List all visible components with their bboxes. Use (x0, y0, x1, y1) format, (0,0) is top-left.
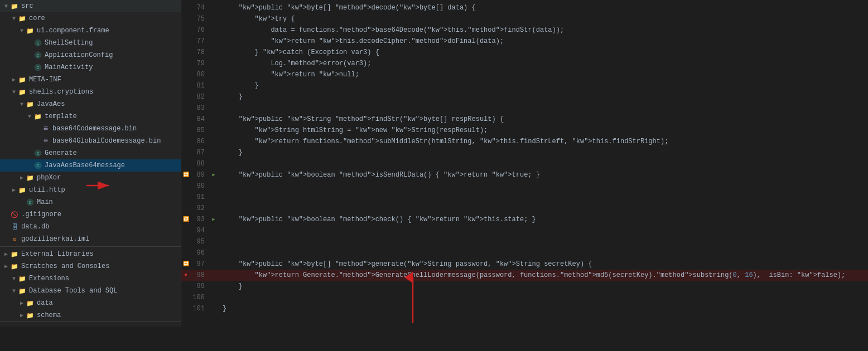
svg-text:C: C (37, 65, 40, 70)
sidebar-item-DatabaseToolsAndSQL[interactable]: ▼📁Database Tools and SQL (0, 285, 181, 297)
file-icon: 📁 (26, 311, 35, 320)
line-gutter: 91 (181, 192, 209, 203)
code-line-83: 83 (181, 103, 868, 114)
tree-arrow: ▶ (10, 76, 18, 83)
sidebar-item-ShellSetting[interactable]: CShellSetting (0, 37, 181, 49)
code-content: "kw">return "kw">null; (218, 69, 868, 80)
tree-label: src (21, 2, 33, 10)
sidebar-item-schema[interactable]: ▶📁schema (0, 309, 181, 321)
tree-label: shells.cryptions (29, 88, 93, 96)
line-gutter: 76 (181, 25, 209, 36)
file-icon: 📁 (26, 26, 35, 35)
sidebar-item-JavaAes[interactable]: ▼📁JavaAes (0, 98, 181, 110)
line-gutter: ●98 (181, 270, 209, 281)
code-line-100: 100 (181, 292, 868, 303)
line-number: 100 (191, 292, 205, 303)
sidebar-item-ui-component-frame[interactable]: ▼📁ui.component.frame (0, 25, 181, 37)
sidebar-item-base64Codemessage[interactable]: ≡base64Codemessage.bin (0, 123, 181, 135)
tree-label: godzillaerkai.iml (21, 235, 89, 243)
sidebar-item-shells-cryptions[interactable]: ▼📁shells.cryptions (0, 86, 181, 98)
tree-label: template (45, 113, 77, 120)
tree-arrow: ▼ (26, 114, 33, 120)
sidebar-item-core[interactable]: ▼📁core (0, 12, 181, 25)
file-icon: 📁 (33, 112, 42, 121)
code-line-87: 87 } (181, 147, 868, 158)
sidebar-item-data[interactable]: ▶📁data (0, 297, 181, 309)
file-icon: 📁 (18, 274, 27, 283)
code-content: } (218, 303, 868, 314)
code-line-81: 81 } (181, 80, 868, 91)
sidebar-item-phpXor[interactable]: ▶📁phpXor (0, 172, 181, 184)
tree-arrow: ▼ (18, 101, 26, 108)
line-number: 78 (191, 47, 205, 58)
code-line-86: 86 "kw">return functions."method">subMid… (181, 136, 868, 147)
line-number: 75 (191, 13, 205, 25)
line-gutter: 96 (181, 247, 209, 259)
line-gutter: 81 (181, 80, 209, 91)
code-line-80: 80 "kw">return "kw">null; (181, 69, 868, 80)
line-number: 94 (191, 225, 205, 236)
file-icon: ≡ (41, 136, 50, 145)
line-number: 80 (191, 69, 205, 80)
code-content: "kw">public "kw">boolean "method">check(… (218, 214, 868, 225)
tree-label: Database Tools and SQL (29, 287, 117, 295)
sidebar-item-MainActivity[interactable]: CMainActivity (0, 61, 181, 74)
file-icon: C (33, 51, 42, 60)
code-line-79: 79 Log."method">error(var3); (181, 58, 868, 69)
line-expand-arrow: ▶ (209, 214, 218, 225)
tree-arrow: ▼ (10, 89, 18, 95)
sidebar-item-META-INF[interactable]: ▶📁META-INF (0, 74, 181, 86)
tree-arrow: ▼ (10, 276, 18, 282)
line-gutter: 101 (181, 303, 209, 314)
tree-arrow: ▶ (18, 174, 26, 181)
code-content: } (218, 281, 868, 292)
file-icon: 📁 (10, 262, 19, 271)
code-content: "kw">public "kw">byte[] "method">decode(… (218, 2, 868, 13)
tree-arrow: ▶ (2, 263, 10, 270)
sidebar-item-gitignore[interactable]: 🚫.gitignore (0, 208, 181, 221)
file-icon: ⚙ (10, 235, 19, 243)
line-number: 77 (191, 36, 205, 47)
code-editor: 74 "kw">public "kw">byte[] "method">deco… (181, 0, 868, 351)
file-icon: 📁 (18, 87, 27, 96)
tree-label: ShellSetting (45, 39, 93, 47)
sidebar-item-Generate[interactable]: CGenerate (0, 147, 181, 159)
sidebar-item-ScratchesAndConsoles[interactable]: ▶📁Scratches and Consoles (0, 260, 181, 272)
sidebar-item-JavaAesBase64message[interactable]: CJavaAesBase64message (0, 159, 181, 172)
tree-label: util.http (29, 186, 65, 194)
code-line-75: 75 "kw">try { (181, 13, 868, 25)
line-gutter: 82 (181, 91, 209, 103)
sidebar-item-ApplicationConfig[interactable]: CApplicationConfig (0, 49, 181, 61)
tree-label: Main (37, 198, 53, 206)
sidebar-wrapper: ▼📁src▼📁core▼📁ui.component.frameCShellSet… (0, 0, 181, 351)
tree-label: ui.component.frame (37, 27, 109, 35)
file-icon: 🗄 (10, 222, 19, 231)
sidebar-item-Main[interactable]: CMain (0, 196, 181, 208)
sidebar-item-base64GlobalCodemessage[interactable]: ≡base64GlobalCodemessage.bin (0, 135, 181, 147)
sidebar-item-Extensions[interactable]: ▼📁Extensions (0, 272, 181, 285)
code-content: } "kw">catch (Exception var3) { (218, 47, 868, 58)
sidebar-item-data-db[interactable]: 🗄data.db (0, 221, 181, 233)
tree-label: JavaAesBase64message (45, 162, 125, 169)
file-icon: 📁 (18, 286, 27, 295)
code-line-90: 90 (181, 181, 868, 192)
code-line-92: 92 (181, 203, 868, 214)
svg-text:C: C (29, 200, 32, 205)
tree-arrow: ▼ (18, 28, 26, 34)
tree-label: data.db (21, 223, 49, 231)
tree-label: schema (37, 311, 61, 319)
line-gutter: 85 (181, 125, 209, 136)
tree-label: data (37, 299, 53, 307)
sidebar-item-template[interactable]: ▼📁template (0, 110, 181, 123)
sidebar-item-ExternalLibraries[interactable]: ▶📁External Libraries (0, 248, 181, 260)
svg-text:C: C (37, 41, 40, 46)
tree-arrow: ▼ (10, 288, 18, 294)
file-icon: 📁 (18, 14, 27, 23)
sidebar-item-godzillaerkai[interactable]: ⚙godzillaerkai.iml (0, 233, 181, 245)
sidebar-item-util-http[interactable]: ▶📁util.http (0, 184, 181, 196)
sidebar-item-src[interactable]: ▼📁src (0, 0, 181, 12)
tree-label: Scratches and Consoles (21, 262, 109, 270)
tree-label: MainActivity (45, 64, 93, 71)
file-icon: 📁 (18, 75, 27, 84)
file-icon: 📁 (18, 186, 27, 194)
